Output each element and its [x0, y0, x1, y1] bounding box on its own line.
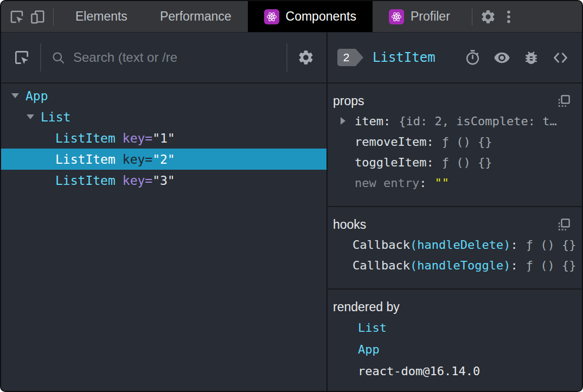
react-logo-icon: [389, 9, 404, 24]
suspend-toggle-button[interactable]: [464, 49, 481, 66]
component-name: ListItem: [55, 131, 116, 145]
tab-label: Profiler: [411, 9, 450, 24]
key-value: "1": [152, 131, 175, 145]
rendered-by-item[interactable]: List: [333, 317, 571, 338]
prop-row-toggleitem[interactable]: toggleItem:ƒ () {}: [333, 152, 571, 172]
copy-hooks-button[interactable]: [556, 217, 571, 232]
copy-icon: [556, 94, 571, 108]
props-title: props: [333, 94, 364, 108]
owner-link-list[interactable]: List: [358, 321, 387, 335]
component-name: ListItem: [55, 173, 116, 188]
device-toolbar-button[interactable]: [27, 1, 48, 32]
collapse-icon[interactable]: [11, 93, 19, 98]
tree-panel: App List ListItemkey="1" ListItemkey="2"…: [1, 33, 328, 391]
prop-name: item: [355, 114, 383, 128]
hook-row-handletoggle[interactable]: Callback(handleToggle):ƒ () {}: [333, 255, 571, 275]
tree-toolbar: [1, 33, 326, 83]
rendered-by-item: react-dom@16.14.0: [333, 360, 571, 382]
tree-row-listitem-3[interactable]: ListItemkey="3": [1, 170, 326, 191]
tree-row-listitem-2-selected[interactable]: ListItemkey="2": [1, 149, 326, 170]
settings-button[interactable]: [478, 1, 498, 32]
prop-row-removeitem[interactable]: removeItem:ƒ () {}: [333, 131, 571, 152]
toolbar-divider: [472, 8, 472, 25]
hook-row-handledelete[interactable]: Callback(handleDelete):ƒ () {}: [333, 234, 571, 255]
search-input[interactable]: [73, 50, 277, 65]
select-element-button[interactable]: [13, 49, 30, 66]
rendered-by-title: rendered by: [333, 300, 400, 314]
view-source-button[interactable]: [552, 49, 569, 66]
toolbar-divider: [53, 8, 54, 25]
tree-row-listitem-1[interactable]: ListItemkey="1": [1, 127, 326, 149]
new-entry-label: new entry: [355, 176, 419, 190]
inspect-dom-button[interactable]: [494, 49, 510, 66]
component-name: List: [41, 110, 71, 124]
more-vertical-icon: [501, 9, 517, 25]
inspected-component-name: ListItem: [373, 50, 435, 65]
new-entry-value[interactable]: "": [434, 176, 449, 190]
hooks-section: hooks Callback(handleDelete):ƒ () {} Cal…: [328, 207, 582, 290]
bug-icon: [523, 49, 540, 66]
device-toolbar-icon: [29, 9, 46, 25]
key-value: "2": [152, 152, 175, 166]
hook-name: Callback: [353, 238, 410, 252]
inspected-element-header: 2 ListItem: [328, 33, 582, 83]
tree-row-list[interactable]: List: [1, 106, 326, 127]
copy-props-button[interactable]: [556, 94, 571, 108]
stopwatch-icon: [464, 49, 481, 66]
rendered-by-section: rendered by List App react-dom@16.14.0: [328, 290, 582, 391]
hook-value: ƒ () {}: [526, 259, 576, 272]
key-attribute: key=: [123, 152, 152, 166]
inspected-element-panel: 2 ListItem: [328, 33, 582, 391]
props-section: props item:{id: 2, isComplete: t… remove…: [328, 83, 582, 207]
inspect-element-button[interactable]: [7, 1, 27, 32]
prop-name: toggleItem: [355, 156, 426, 169]
key-attribute: key=: [123, 173, 152, 188]
key-value: "3": [152, 173, 175, 188]
tab-components[interactable]: Components: [248, 1, 373, 32]
log-to-console-button[interactable]: [523, 49, 540, 66]
prop-value: ƒ () {}: [442, 135, 492, 149]
search-icon: [51, 50, 66, 65]
eye-icon: [494, 49, 510, 66]
prop-name: removeItem: [355, 135, 426, 149]
more-menu-button[interactable]: [498, 1, 519, 32]
search-box: [51, 50, 277, 65]
copy-icon: [556, 217, 571, 232]
prop-value: ƒ () {}: [442, 156, 492, 169]
toolbar-divider: [286, 43, 287, 72]
expand-icon[interactable]: [341, 117, 345, 125]
hooks-title: hooks: [333, 217, 366, 232]
tab-profiler[interactable]: Profiler: [373, 1, 466, 32]
devtools-toolbar: Elements Performance Components: [1, 1, 582, 33]
tree-settings-button[interactable]: [297, 49, 315, 66]
prop-row-item[interactable]: item:{id: 2, isComplete: t…: [333, 111, 571, 131]
element-index-badge: 2: [337, 49, 363, 66]
devtools-window: Elements Performance Components: [0, 0, 583, 392]
tree-row-app[interactable]: App: [1, 85, 326, 106]
component-name: App: [25, 89, 48, 103]
picker-icon: [13, 49, 30, 66]
hook-value: ƒ () {}: [526, 238, 576, 252]
owner-link-app[interactable]: App: [358, 343, 380, 356]
component-tree: App List ListItemkey="1" ListItemkey="2"…: [1, 83, 326, 391]
hook-param: (handleToggle): [410, 259, 510, 272]
toolbar-divider: [40, 43, 41, 72]
collapse-icon[interactable]: [27, 114, 34, 119]
react-logo-icon: [264, 9, 279, 24]
inspect-icon: [9, 9, 25, 25]
key-attribute: key=: [123, 131, 152, 145]
tab-label: Performance: [160, 9, 232, 24]
renderer-version: react-dom@16.14.0: [358, 364, 480, 378]
tab-label: Elements: [75, 9, 127, 24]
gear-icon: [297, 49, 315, 66]
tab-label: Components: [286, 9, 356, 24]
prop-row-new-entry[interactable]: new entry:"": [333, 172, 571, 193]
rendered-by-item[interactable]: App: [333, 338, 571, 360]
components-panel: App List ListItemkey="1" ListItemkey="2"…: [1, 33, 582, 391]
gear-icon: [480, 9, 496, 25]
tab-elements[interactable]: Elements: [59, 1, 144, 32]
tab-performance[interactable]: Performance: [144, 1, 248, 32]
hook-param: (handleDelete): [410, 238, 510, 252]
code-brackets-icon: [552, 49, 569, 66]
hook-name: Callback: [353, 259, 410, 272]
